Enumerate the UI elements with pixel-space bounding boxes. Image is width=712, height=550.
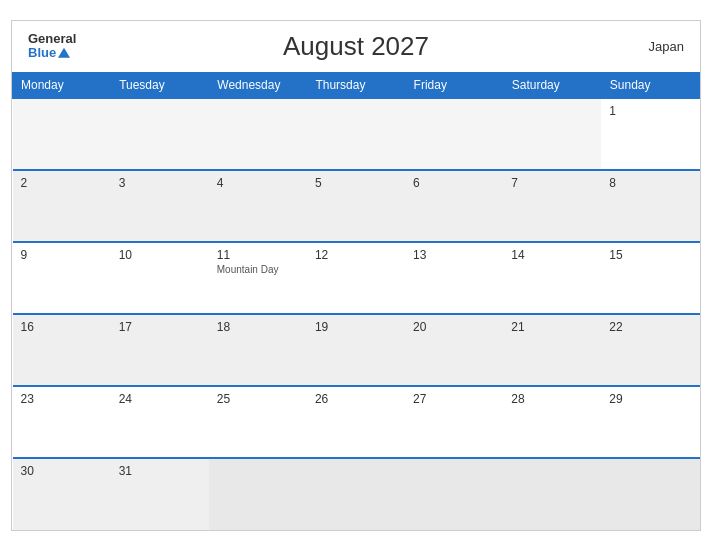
header-monday: Monday — [13, 72, 111, 98]
calendar-day-cell: 5 — [307, 170, 405, 242]
day-number: 27 — [413, 392, 426, 406]
day-number: 1 — [609, 104, 616, 118]
day-number: 21 — [511, 320, 524, 334]
calendar-day-cell: 15 — [601, 242, 699, 314]
calendar-day-cell: 8 — [601, 170, 699, 242]
calendar-day-cell: 10 — [111, 242, 209, 314]
calendar-day-cell: 4 — [209, 170, 307, 242]
logo-general-text: General — [28, 32, 76, 46]
calendar-day-cell: 28 — [503, 386, 601, 458]
day-number: 15 — [609, 248, 622, 262]
day-number: 7 — [511, 176, 518, 190]
calendar-day-cell: 11Mountain Day — [209, 242, 307, 314]
day-number: 25 — [217, 392, 230, 406]
header-tuesday: Tuesday — [111, 72, 209, 98]
calendar-week-row: 3031 — [13, 458, 700, 530]
calendar-day-cell: 16 — [13, 314, 111, 386]
calendar-day-cell: 30 — [13, 458, 111, 530]
calendar-container: General Blue August 2027 Japan Monday Tu… — [11, 20, 701, 531]
logo: General Blue — [28, 32, 76, 61]
day-number: 29 — [609, 392, 622, 406]
calendar-grid: Monday Tuesday Wednesday Thursday Friday… — [12, 72, 700, 530]
day-number: 16 — [21, 320, 34, 334]
day-number: 5 — [315, 176, 322, 190]
day-number: 4 — [217, 176, 224, 190]
day-number: 13 — [413, 248, 426, 262]
calendar-week-row: 16171819202122 — [13, 314, 700, 386]
header-thursday: Thursday — [307, 72, 405, 98]
calendar-day-cell: 12 — [307, 242, 405, 314]
calendar-day-cell — [307, 98, 405, 170]
day-number: 23 — [21, 392, 34, 406]
calendar-day-cell — [111, 98, 209, 170]
logo-triangle-icon — [58, 48, 70, 58]
day-number: 30 — [21, 464, 34, 478]
calendar-day-cell: 18 — [209, 314, 307, 386]
day-number: 22 — [609, 320, 622, 334]
calendar-day-cell — [307, 458, 405, 530]
day-number: 31 — [119, 464, 132, 478]
day-number: 14 — [511, 248, 524, 262]
day-number: 24 — [119, 392, 132, 406]
calendar-day-cell: 7 — [503, 170, 601, 242]
calendar-day-cell: 14 — [503, 242, 601, 314]
calendar-day-cell: 23 — [13, 386, 111, 458]
calendar-day-cell: 19 — [307, 314, 405, 386]
calendar-week-row: 23242526272829 — [13, 386, 700, 458]
calendar-day-cell: 24 — [111, 386, 209, 458]
calendar-day-cell — [209, 98, 307, 170]
day-number: 3 — [119, 176, 126, 190]
day-number: 2 — [21, 176, 28, 190]
calendar-day-cell: 31 — [111, 458, 209, 530]
calendar-day-cell: 25 — [209, 386, 307, 458]
day-number: 28 — [511, 392, 524, 406]
header-saturday: Saturday — [503, 72, 601, 98]
calendar-day-cell: 9 — [13, 242, 111, 314]
day-number: 9 — [21, 248, 28, 262]
day-number: 6 — [413, 176, 420, 190]
calendar-day-cell — [601, 458, 699, 530]
calendar-week-row: 91011Mountain Day12131415 — [13, 242, 700, 314]
calendar-day-cell — [13, 98, 111, 170]
day-number: 18 — [217, 320, 230, 334]
day-number: 20 — [413, 320, 426, 334]
calendar-day-cell — [405, 458, 503, 530]
calendar-title: August 2027 — [283, 31, 429, 62]
calendar-day-cell: 2 — [13, 170, 111, 242]
calendar-week-row: 1 — [13, 98, 700, 170]
calendar-day-cell: 20 — [405, 314, 503, 386]
day-number: 17 — [119, 320, 132, 334]
calendar-day-cell: 21 — [503, 314, 601, 386]
day-number: 19 — [315, 320, 328, 334]
calendar-day-cell: 17 — [111, 314, 209, 386]
calendar-day-cell: 22 — [601, 314, 699, 386]
calendar-header: General Blue August 2027 Japan — [12, 21, 700, 72]
calendar-day-cell — [209, 458, 307, 530]
calendar-day-cell: 1 — [601, 98, 699, 170]
country-label: Japan — [649, 39, 684, 54]
holiday-label: Mountain Day — [217, 264, 299, 275]
day-number: 26 — [315, 392, 328, 406]
header-wednesday: Wednesday — [209, 72, 307, 98]
calendar-day-cell: 27 — [405, 386, 503, 458]
header-friday: Friday — [405, 72, 503, 98]
calendar-day-cell: 29 — [601, 386, 699, 458]
day-number: 12 — [315, 248, 328, 262]
calendar-day-cell — [405, 98, 503, 170]
header-sunday: Sunday — [601, 72, 699, 98]
calendar-week-row: 2345678 — [13, 170, 700, 242]
day-number: 11 — [217, 248, 230, 262]
calendar-day-cell: 6 — [405, 170, 503, 242]
calendar-day-cell: 13 — [405, 242, 503, 314]
calendar-day-cell — [503, 458, 601, 530]
calendar-day-cell: 26 — [307, 386, 405, 458]
calendar-day-cell: 3 — [111, 170, 209, 242]
day-number: 8 — [609, 176, 616, 190]
logo-blue-text: Blue — [28, 46, 70, 60]
weekday-header-row: Monday Tuesday Wednesday Thursday Friday… — [13, 72, 700, 98]
calendar-day-cell — [503, 98, 601, 170]
day-number: 10 — [119, 248, 132, 262]
